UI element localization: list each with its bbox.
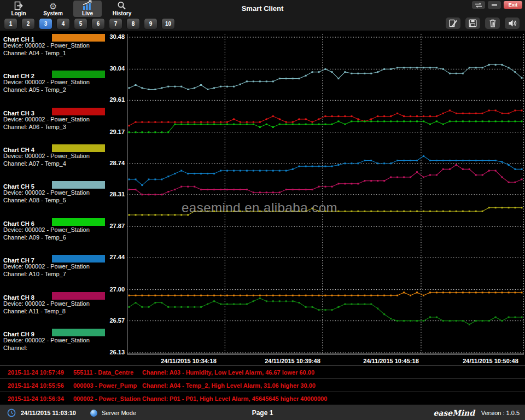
- alarm-row-1[interactable]: 2015-11-24 10:57:49555111 - Data_CentreC…: [0, 365, 525, 378]
- channel-name: Chart CH 6: [3, 220, 34, 227]
- alarm-message: Channel: A04 - Temp_2, High Level Alarm,…: [142, 382, 316, 389]
- version-label: Version : 1.0.5: [481, 405, 520, 420]
- alarm-row-3[interactable]: 2015-11-24 10:56:34000002 - Power_Statio…: [0, 392, 525, 405]
- channel-name: Chart CH 5: [3, 183, 34, 190]
- header-bar: Login⚙SystemLiveHistory Smart Client Exi…: [0, 0, 525, 31]
- y-axis-label: 27.44: [104, 254, 125, 261]
- alarm-log: 2015-11-24 10:57:49555111 - Data_CentreC…: [0, 365, 525, 405]
- y-axis-label: 27.87: [104, 223, 125, 230]
- y-axis-label: 27.00: [104, 286, 125, 293]
- brand-logo: easeMind: [433, 405, 475, 420]
- chart-action-buttons: [446, 18, 520, 29]
- alarm-time: 2015-11-24 10:57:49: [8, 369, 73, 376]
- channel-name: Chart CH 2: [3, 73, 34, 79]
- tab-4[interactable]: 4: [56, 18, 70, 30]
- series-ch-5-a08---temp_5: [129, 64, 523, 90]
- channel-legend: Chart CH 1Device: 000002 - Power_Station…: [0, 31, 104, 365]
- watermark: easemind.en.alibaba.com: [182, 200, 337, 215]
- edit-icon[interactable]: [446, 18, 460, 29]
- series-ch-1-a04---temp_1: [129, 291, 523, 296]
- alarm-device: 000003 - Power_Pump: [73, 382, 142, 389]
- alarm-time: 2015-11-24 10:55:56: [8, 382, 73, 389]
- series-ch-2-a05---temp_2: [129, 298, 523, 325]
- live-chart-page: Chart CH 1Device: 000002 - Power_Station…: [0, 31, 525, 365]
- channel-name: Chart CH 4: [3, 147, 34, 153]
- y-axis: 30.4830.0429.6129.1728.7428.3127.8727.44…: [104, 31, 125, 365]
- page-tabs: 12345678910: [4, 18, 175, 30]
- alarm-row-2[interactable]: 2015-11-24 10:55:56000003 - Power_PumpCh…: [0, 378, 525, 392]
- tab-1[interactable]: 1: [4, 18, 18, 30]
- x-axis-label: 24/11/2015 10:45:18: [363, 358, 419, 364]
- y-axis-label: 26.13: [104, 349, 125, 356]
- status-bar: 24/11/2015 11:03:10 Server Mode Page 1 e…: [0, 405, 525, 420]
- tab-5[interactable]: 5: [74, 18, 88, 30]
- channel-color-swatch: [52, 218, 105, 226]
- exit-button[interactable]: Exit: [504, 1, 522, 9]
- tab-8[interactable]: 8: [126, 18, 140, 30]
- channel-color-swatch: [52, 255, 105, 262]
- channel-name: Chart CH 3: [3, 110, 34, 116]
- delete-icon[interactable]: [485, 18, 500, 29]
- channel-color-swatch: [52, 329, 105, 336]
- channel-name: Chart CH 7: [3, 257, 34, 264]
- alarm-message: Channel: P01 - P01, High Level Alarm, 45…: [142, 395, 327, 402]
- channel-name: Chart CH 1: [3, 36, 34, 43]
- x-axis-label: 24/11/2015 10:50:48: [463, 358, 518, 364]
- tab-2[interactable]: 2: [21, 18, 35, 30]
- series-ch-7-a10---temp_7: [129, 155, 523, 186]
- window-controls: Exit: [472, 1, 522, 9]
- alarm-device: 000002 - Power_Station: [73, 395, 142, 402]
- channel-name: Chart CH 9: [3, 331, 34, 337]
- save-icon[interactable]: [465, 18, 480, 29]
- alarm-time: 2015-11-24 10:56:34: [8, 395, 73, 402]
- y-axis-label: 30.04: [104, 65, 125, 72]
- channel-color-swatch: [52, 181, 105, 189]
- tab-10[interactable]: 10: [161, 18, 175, 30]
- channel-color-swatch: [52, 292, 105, 300]
- y-axis-label: 26.57: [104, 317, 125, 324]
- channel-name: Chart CH 8: [3, 294, 34, 301]
- y-axis-label: 29.17: [104, 129, 125, 136]
- tab-3[interactable]: 3: [39, 18, 52, 30]
- y-axis-label: 29.61: [104, 96, 125, 103]
- series-ch-8-a11---temp_8: [129, 164, 523, 195]
- channel-color-swatch: [52, 71, 105, 78]
- minimize-icon[interactable]: [488, 1, 501, 9]
- channel-color-swatch: [52, 144, 105, 152]
- trend-chart-canvas: 24/11/2015 10:34:1824/11/2015 10:39:4824…: [127, 31, 525, 365]
- tab-6[interactable]: 6: [91, 18, 105, 30]
- tab-7[interactable]: 7: [109, 18, 122, 30]
- sync-icon[interactable]: [472, 1, 485, 9]
- smart-client-window: Login⚙SystemLiveHistory Smart Client Exi…: [0, 0, 525, 420]
- tab-9[interactable]: 9: [144, 18, 158, 30]
- alarm-device: 555111 - Data_Centre: [73, 369, 142, 376]
- app-title: Smart Client: [0, 4, 525, 13]
- y-axis-label: 30.48: [104, 33, 125, 40]
- y-axis-label: 28.74: [104, 160, 125, 167]
- y-axis-label: 28.31: [104, 191, 125, 198]
- audio-icon[interactable]: [505, 18, 520, 29]
- channel-color-swatch: [52, 108, 105, 115]
- channel-color-swatch: [52, 34, 105, 42]
- x-axis-label: 24/11/2015 10:39:48: [265, 358, 320, 364]
- x-axis-label: 24/11/2015 10:34:18: [161, 358, 217, 364]
- alarm-message: Channel: A03 - Humidity, Low Level Alarm…: [142, 369, 314, 376]
- trend-chart: 24/11/2015 10:34:1824/11/2015 10:39:4824…: [127, 31, 525, 365]
